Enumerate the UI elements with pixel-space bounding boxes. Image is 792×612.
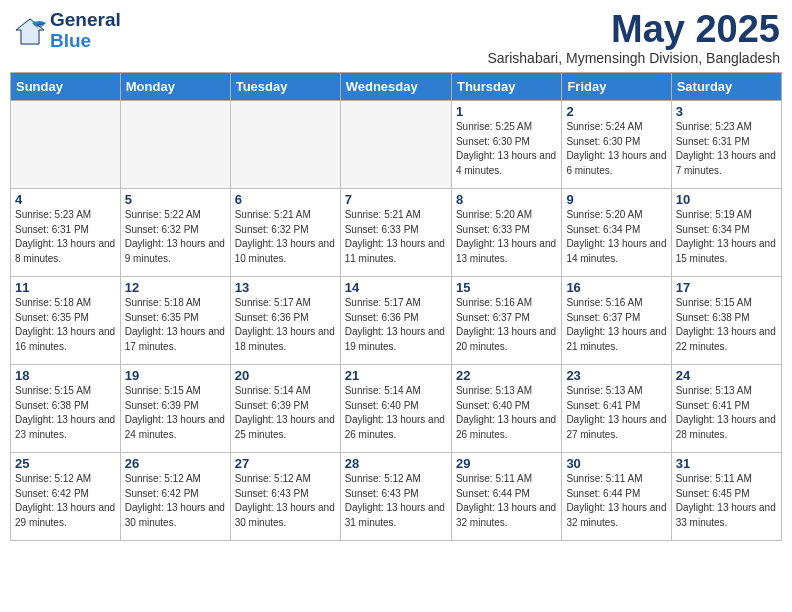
calendar-day-16: 16Sunrise: 5:16 AM Sunset: 6:37 PM Dayli… xyxy=(562,277,671,365)
logo: General Blue xyxy=(12,10,121,52)
title-section: May 2025 Sarishabari, Mymensingh Divisio… xyxy=(487,10,780,66)
calendar-day-11: 11Sunrise: 5:18 AM Sunset: 6:35 PM Dayli… xyxy=(11,277,121,365)
day-number: 6 xyxy=(235,192,336,207)
calendar-day-15: 15Sunrise: 5:16 AM Sunset: 6:37 PM Dayli… xyxy=(451,277,561,365)
calendar-day-28: 28Sunrise: 5:12 AM Sunset: 6:43 PM Dayli… xyxy=(340,453,451,541)
day-info: Sunrise: 5:12 AM Sunset: 6:42 PM Dayligh… xyxy=(15,472,116,530)
day-info: Sunrise: 5:20 AM Sunset: 6:34 PM Dayligh… xyxy=(566,208,666,266)
day-info: Sunrise: 5:16 AM Sunset: 6:37 PM Dayligh… xyxy=(566,296,666,354)
calendar-day-27: 27Sunrise: 5:12 AM Sunset: 6:43 PM Dayli… xyxy=(230,453,340,541)
calendar-week-row: 18Sunrise: 5:15 AM Sunset: 6:38 PM Dayli… xyxy=(11,365,782,453)
calendar-day-26: 26Sunrise: 5:12 AM Sunset: 6:42 PM Dayli… xyxy=(120,453,230,541)
day-number: 26 xyxy=(125,456,226,471)
day-info: Sunrise: 5:18 AM Sunset: 6:35 PM Dayligh… xyxy=(125,296,226,354)
logo-icon xyxy=(12,15,48,47)
calendar-day-4: 4Sunrise: 5:23 AM Sunset: 6:31 PM Daylig… xyxy=(11,189,121,277)
day-number: 23 xyxy=(566,368,666,383)
day-number: 30 xyxy=(566,456,666,471)
day-number: 27 xyxy=(235,456,336,471)
calendar-day-12: 12Sunrise: 5:18 AM Sunset: 6:35 PM Dayli… xyxy=(120,277,230,365)
day-info: Sunrise: 5:13 AM Sunset: 6:40 PM Dayligh… xyxy=(456,384,557,442)
day-info: Sunrise: 5:19 AM Sunset: 6:34 PM Dayligh… xyxy=(676,208,777,266)
weekday-header-row: SundayMondayTuesdayWednesdayThursdayFrid… xyxy=(11,73,782,101)
calendar-empty-cell xyxy=(120,101,230,189)
day-number: 8 xyxy=(456,192,557,207)
day-info: Sunrise: 5:25 AM Sunset: 6:30 PM Dayligh… xyxy=(456,120,557,178)
calendar-day-25: 25Sunrise: 5:12 AM Sunset: 6:42 PM Dayli… xyxy=(11,453,121,541)
day-number: 4 xyxy=(15,192,116,207)
day-info: Sunrise: 5:13 AM Sunset: 6:41 PM Dayligh… xyxy=(566,384,666,442)
day-number: 21 xyxy=(345,368,447,383)
calendar-week-row: 25Sunrise: 5:12 AM Sunset: 6:42 PM Dayli… xyxy=(11,453,782,541)
calendar-day-8: 8Sunrise: 5:20 AM Sunset: 6:33 PM Daylig… xyxy=(451,189,561,277)
day-number: 9 xyxy=(566,192,666,207)
calendar-day-3: 3Sunrise: 5:23 AM Sunset: 6:31 PM Daylig… xyxy=(671,101,781,189)
day-number: 19 xyxy=(125,368,226,383)
calendar-day-22: 22Sunrise: 5:13 AM Sunset: 6:40 PM Dayli… xyxy=(451,365,561,453)
day-number: 14 xyxy=(345,280,447,295)
day-info: Sunrise: 5:17 AM Sunset: 6:36 PM Dayligh… xyxy=(345,296,447,354)
calendar-day-9: 9Sunrise: 5:20 AM Sunset: 6:34 PM Daylig… xyxy=(562,189,671,277)
day-number: 2 xyxy=(566,104,666,119)
day-info: Sunrise: 5:12 AM Sunset: 6:43 PM Dayligh… xyxy=(235,472,336,530)
calendar-day-1: 1Sunrise: 5:25 AM Sunset: 6:30 PM Daylig… xyxy=(451,101,561,189)
calendar-day-31: 31Sunrise: 5:11 AM Sunset: 6:45 PM Dayli… xyxy=(671,453,781,541)
day-info: Sunrise: 5:21 AM Sunset: 6:33 PM Dayligh… xyxy=(345,208,447,266)
day-info: Sunrise: 5:17 AM Sunset: 6:36 PM Dayligh… xyxy=(235,296,336,354)
calendar-day-18: 18Sunrise: 5:15 AM Sunset: 6:38 PM Dayli… xyxy=(11,365,121,453)
day-info: Sunrise: 5:11 AM Sunset: 6:44 PM Dayligh… xyxy=(566,472,666,530)
weekday-header-friday: Friday xyxy=(562,73,671,101)
day-number: 7 xyxy=(345,192,447,207)
logo-general-text: General xyxy=(50,10,121,31)
day-number: 22 xyxy=(456,368,557,383)
calendar-empty-cell xyxy=(340,101,451,189)
day-info: Sunrise: 5:14 AM Sunset: 6:39 PM Dayligh… xyxy=(235,384,336,442)
weekday-header-sunday: Sunday xyxy=(11,73,121,101)
day-number: 29 xyxy=(456,456,557,471)
day-info: Sunrise: 5:24 AM Sunset: 6:30 PM Dayligh… xyxy=(566,120,666,178)
day-number: 5 xyxy=(125,192,226,207)
day-number: 25 xyxy=(15,456,116,471)
calendar-table: SundayMondayTuesdayWednesdayThursdayFrid… xyxy=(10,72,782,541)
calendar-empty-cell xyxy=(11,101,121,189)
day-info: Sunrise: 5:11 AM Sunset: 6:44 PM Dayligh… xyxy=(456,472,557,530)
month-title: May 2025 xyxy=(487,10,780,48)
calendar-week-row: 4Sunrise: 5:23 AM Sunset: 6:31 PM Daylig… xyxy=(11,189,782,277)
day-info: Sunrise: 5:22 AM Sunset: 6:32 PM Dayligh… xyxy=(125,208,226,266)
weekday-header-saturday: Saturday xyxy=(671,73,781,101)
calendar-day-29: 29Sunrise: 5:11 AM Sunset: 6:44 PM Dayli… xyxy=(451,453,561,541)
day-info: Sunrise: 5:20 AM Sunset: 6:33 PM Dayligh… xyxy=(456,208,557,266)
calendar-day-5: 5Sunrise: 5:22 AM Sunset: 6:32 PM Daylig… xyxy=(120,189,230,277)
day-number: 16 xyxy=(566,280,666,295)
day-info: Sunrise: 5:14 AM Sunset: 6:40 PM Dayligh… xyxy=(345,384,447,442)
calendar-day-7: 7Sunrise: 5:21 AM Sunset: 6:33 PM Daylig… xyxy=(340,189,451,277)
weekday-header-tuesday: Tuesday xyxy=(230,73,340,101)
calendar-week-row: 1Sunrise: 5:25 AM Sunset: 6:30 PM Daylig… xyxy=(11,101,782,189)
day-info: Sunrise: 5:21 AM Sunset: 6:32 PM Dayligh… xyxy=(235,208,336,266)
day-number: 12 xyxy=(125,280,226,295)
day-number: 20 xyxy=(235,368,336,383)
calendar-day-17: 17Sunrise: 5:15 AM Sunset: 6:38 PM Dayli… xyxy=(671,277,781,365)
calendar-empty-cell xyxy=(230,101,340,189)
weekday-header-thursday: Thursday xyxy=(451,73,561,101)
day-info: Sunrise: 5:16 AM Sunset: 6:37 PM Dayligh… xyxy=(456,296,557,354)
day-info: Sunrise: 5:12 AM Sunset: 6:43 PM Dayligh… xyxy=(345,472,447,530)
day-info: Sunrise: 5:18 AM Sunset: 6:35 PM Dayligh… xyxy=(15,296,116,354)
location: Sarishabari, Mymensingh Division, Bangla… xyxy=(487,50,780,66)
day-info: Sunrise: 5:23 AM Sunset: 6:31 PM Dayligh… xyxy=(676,120,777,178)
day-number: 28 xyxy=(345,456,447,471)
calendar-day-20: 20Sunrise: 5:14 AM Sunset: 6:39 PM Dayli… xyxy=(230,365,340,453)
calendar-day-21: 21Sunrise: 5:14 AM Sunset: 6:40 PM Dayli… xyxy=(340,365,451,453)
calendar-day-23: 23Sunrise: 5:13 AM Sunset: 6:41 PM Dayli… xyxy=(562,365,671,453)
day-number: 18 xyxy=(15,368,116,383)
day-info: Sunrise: 5:23 AM Sunset: 6:31 PM Dayligh… xyxy=(15,208,116,266)
calendar-day-6: 6Sunrise: 5:21 AM Sunset: 6:32 PM Daylig… xyxy=(230,189,340,277)
calendar-day-14: 14Sunrise: 5:17 AM Sunset: 6:36 PM Dayli… xyxy=(340,277,451,365)
weekday-header-monday: Monday xyxy=(120,73,230,101)
calendar-day-30: 30Sunrise: 5:11 AM Sunset: 6:44 PM Dayli… xyxy=(562,453,671,541)
day-number: 3 xyxy=(676,104,777,119)
calendar-day-13: 13Sunrise: 5:17 AM Sunset: 6:36 PM Dayli… xyxy=(230,277,340,365)
day-number: 1 xyxy=(456,104,557,119)
day-info: Sunrise: 5:13 AM Sunset: 6:41 PM Dayligh… xyxy=(676,384,777,442)
day-info: Sunrise: 5:12 AM Sunset: 6:42 PM Dayligh… xyxy=(125,472,226,530)
